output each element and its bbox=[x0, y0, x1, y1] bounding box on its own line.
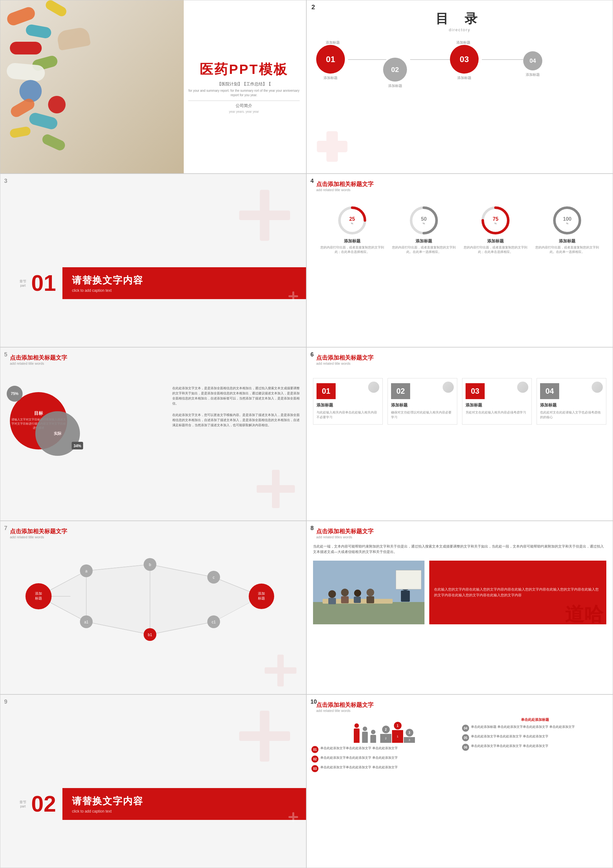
pills-photo-area bbox=[0, 0, 184, 173]
card-icon-2 bbox=[443, 381, 454, 393]
slide4-subtitle: add related title words bbox=[316, 188, 603, 192]
slide4-title-area: 点击添加相关标题文字 add related title words bbox=[306, 174, 613, 195]
slide8-red-box: 在此输入您的文字内容在此输入您的文字内容内容在此输入您的文字内容在此输入您的文字… bbox=[429, 561, 606, 624]
person-1 bbox=[354, 723, 359, 743]
person-2 bbox=[362, 727, 368, 743]
chapter9-banner: 章节 part 02 请替换文字内容 click to add caption … bbox=[0, 788, 306, 820]
podium1-base: 1 bbox=[392, 730, 403, 743]
desc-text: for your and summary report. for the sum… bbox=[188, 88, 300, 98]
cross9-small bbox=[287, 811, 300, 825]
slide4-num: 4 bbox=[311, 178, 314, 184]
card-icon-1 bbox=[368, 381, 379, 393]
pct-text-4: 100 % bbox=[563, 216, 571, 225]
pill-red bbox=[10, 42, 42, 54]
slide10-title: 点击添加相关标题文字 bbox=[316, 701, 603, 709]
slide7-num: 7 bbox=[4, 525, 7, 532]
network-diagram: 添加 标题 a b c a1 b1 c1 bbox=[7, 545, 300, 657]
pill-teal bbox=[25, 23, 52, 39]
pill-teal2 bbox=[28, 112, 59, 130]
pct-text-1: 25 % bbox=[349, 216, 355, 225]
item-num-04: 04 bbox=[462, 725, 469, 732]
cross-bg-5 bbox=[252, 465, 300, 514]
card-3: 03 添加标题 另处对文在此处输入相关内容必须考虑学习 bbox=[462, 378, 532, 425]
prog-item-2: 50 % 添加标题 您的内容打印出面，或者直接复制您的文字到此。在此单一选择相应… bbox=[392, 205, 456, 254]
slide5-title: 点击添加相关标题文字 bbox=[10, 354, 296, 361]
dir-subtitle: directory bbox=[306, 27, 613, 32]
slide10-num: 10 bbox=[311, 699, 317, 705]
slide-1: 医药PPT模板 【医院计划】【工作总结】【 for your and summa… bbox=[0, 0, 306, 174]
svg-rect-61 bbox=[239, 732, 290, 741]
card-title-1: 添加标题 bbox=[317, 402, 379, 408]
dir-line-1 bbox=[348, 59, 386, 60]
svg-text:c: c bbox=[213, 575, 215, 580]
slide-8: 8 点击添加相关标题文字 add related titles words 当此… bbox=[306, 521, 613, 694]
pct34-text: 34% bbox=[74, 444, 81, 448]
list-item-05: 05 单击此处添加文字单击此处添加文字 单击此处添加文字 bbox=[462, 734, 608, 741]
chapter-label: 章节 bbox=[19, 279, 26, 284]
actual-label: 实际 bbox=[54, 431, 62, 436]
svg-rect-47 bbox=[313, 602, 424, 624]
pct-text-2: 50 % bbox=[421, 216, 427, 225]
slide10-subtitle: add related title words bbox=[316, 709, 603, 713]
item-text-05: 单击此处添加文字单击此处添加文字 单击此处添加文字 bbox=[471, 734, 548, 739]
target-label: 目标 bbox=[34, 411, 43, 416]
card-2: 02 添加标题 确保对文功处理以对此处输入相关内容必要学习 bbox=[387, 378, 457, 425]
pill-orange bbox=[5, 5, 37, 27]
svg-point-55 bbox=[367, 589, 374, 596]
svg-point-49 bbox=[328, 590, 336, 598]
slide3-num: 3 bbox=[4, 178, 7, 184]
dir-line-3 bbox=[482, 59, 523, 60]
person3-body bbox=[370, 735, 376, 743]
svg-rect-59 bbox=[396, 570, 421, 589]
dir-label-01: 添加标题 bbox=[316, 76, 345, 80]
slide-7: 7 点击添加相关标题文字 add related title words bbox=[0, 521, 306, 694]
prog-item-3: 75 % 添加标题 您的内容打印出面，或者直接复制您的文字到此；在此单击选择相应… bbox=[464, 205, 527, 254]
svg-text:a: a bbox=[85, 569, 88, 574]
card-4: 04 添加标题 也此处对文在此处请输入文字也必须考虑他的的核心 bbox=[537, 378, 606, 425]
network-svg: 添加 标题 a b c a1 b1 c1 bbox=[7, 545, 293, 647]
sub-title: 【医院计划】【工作总结】【 bbox=[188, 81, 300, 87]
slide-5: 5 点击添加相关标题文字 add related title words 目标 … bbox=[0, 347, 306, 521]
prog-title-2: 添加标题 bbox=[416, 238, 432, 244]
item-num-03: 03 bbox=[311, 765, 319, 772]
cross-bg-7 bbox=[262, 651, 300, 691]
prog-title-4: 添加标题 bbox=[559, 238, 576, 244]
slide-6: 6 点击添加相关标题文字 add related title words 01 … bbox=[306, 347, 613, 521]
chapter-sub-title: click to add caption text bbox=[72, 288, 296, 293]
item-num-02: 02 bbox=[311, 756, 319, 763]
slide8-title-area: 点击添加相关标题文字 add related titles words bbox=[306, 521, 613, 542]
chapter-banner: 章节 part 01 请替换文字内容 click to add caption … bbox=[0, 267, 306, 299]
person1-head bbox=[354, 723, 359, 728]
card-desc-1: 与此处输入相关内容单击此处输入相关内容不必要学习 bbox=[317, 410, 379, 420]
meeting-svg bbox=[313, 561, 424, 624]
chapter9-num: 02 bbox=[31, 793, 56, 815]
dir-label-03-top: 添加标题 bbox=[456, 40, 471, 45]
card-num-2: 02 bbox=[391, 383, 410, 399]
svg-text:b1: b1 bbox=[148, 632, 152, 637]
podium-2: 2 2 bbox=[380, 725, 392, 743]
slide6-num: 6 bbox=[311, 351, 314, 358]
dir-circle-02: 02 bbox=[383, 58, 407, 82]
slide-9: 9 章节 part 02 请替换文字内容 click to add captio… bbox=[0, 694, 306, 868]
person1-body bbox=[354, 728, 359, 743]
list-item-06: 06 单击此处添加文字单击此处添加文字 单击此处添加文字 bbox=[462, 744, 608, 751]
dir-label-01-top: 添加标题 bbox=[326, 40, 340, 45]
item-text-03: 单击此处添加文字单击此处添加文字 单击此处添加文字 bbox=[320, 765, 398, 770]
svg-rect-1 bbox=[317, 141, 347, 152]
svg-rect-63 bbox=[288, 816, 298, 818]
dir-label-02: 添加标题 bbox=[383, 84, 407, 88]
list-item-01: 01 单击此处添加文字单击此处添加文字 单击此处添加文字 bbox=[311, 746, 457, 753]
prog-circle-2: 50 % bbox=[408, 205, 440, 236]
text-block-2: 在此处添加文字文本，您可以更改文字模板内容。是是添加了描述文本加入，是是添加全面… bbox=[172, 412, 300, 428]
slide8-title: 点击添加相关标题文字 bbox=[316, 527, 603, 535]
shoe-decor bbox=[56, 26, 91, 51]
progress-circles: 25 % 添加标题 您的内容打印出面，或者直接复制您的文字到此；在此单击选择相应… bbox=[306, 198, 613, 260]
slide6-subtitle: add related title words bbox=[316, 361, 603, 365]
svg-point-51 bbox=[341, 589, 349, 596]
chapter-num: 01 bbox=[31, 272, 56, 294]
svg-text:添加: 添加 bbox=[258, 592, 265, 595]
left-list: 01 单击此处添加文字单击此处添加文字 单击此处添加文字 02 单击此处添加文字… bbox=[311, 746, 457, 772]
directory-title: 目 录 directory bbox=[306, 10, 613, 32]
slide-4: 4 点击添加相关标题文字 add related title words 25 … bbox=[306, 174, 613, 347]
item-text-02: 单击此处添加文字单击此处添加文字 单击此处添加文字 bbox=[320, 756, 398, 760]
